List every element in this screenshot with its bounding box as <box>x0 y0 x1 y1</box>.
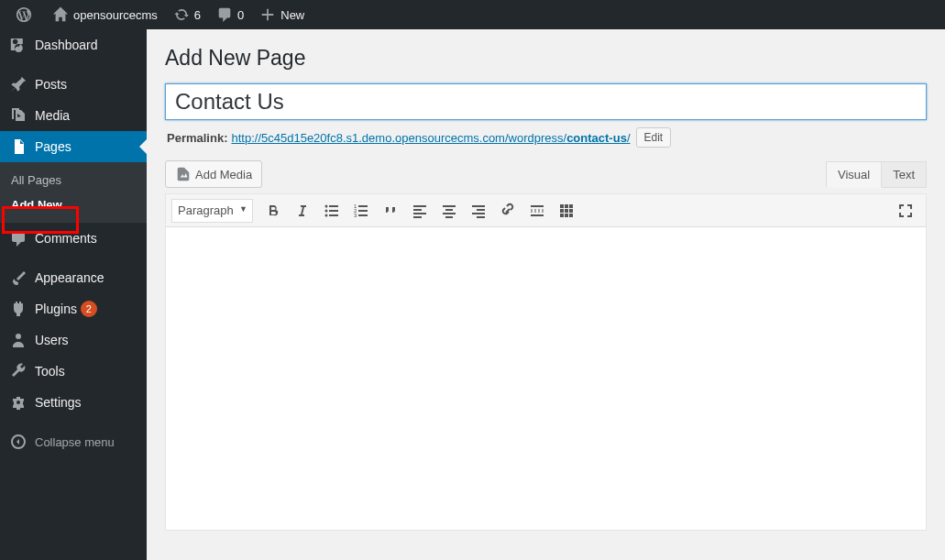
menu-dashboard-label: Dashboard <box>35 38 98 52</box>
svg-point-3 <box>325 209 328 212</box>
svg-rect-21 <box>472 205 485 207</box>
svg-rect-15 <box>413 213 426 214</box>
admin-sidebar: Dashboard Posts Media Pages All Pages Ad… <box>0 29 147 560</box>
menu-tools[interactable]: Tools <box>0 356 147 387</box>
dashboard-icon <box>9 36 27 54</box>
svg-rect-4 <box>329 210 338 212</box>
align-left-button[interactable] <box>406 197 434 225</box>
plugins-badge: 2 <box>81 301 97 317</box>
updates-link[interactable]: 6 <box>165 0 208 29</box>
format-select[interactable]: Paragraph <box>171 199 253 223</box>
menu-settings-label: Settings <box>35 395 82 410</box>
bold-button[interactable] <box>259 197 287 225</box>
menu-tools-label: Tools <box>35 364 65 379</box>
menu-users-label: Users <box>35 333 69 347</box>
menu-comments[interactable]: Comments <box>0 223 147 254</box>
editor-toolbar: Paragraph 123 <box>166 194 926 227</box>
svg-rect-25 <box>531 205 544 207</box>
tab-visual[interactable]: Visual <box>826 161 882 188</box>
svg-rect-23 <box>472 213 485 214</box>
align-center-button[interactable] <box>435 197 463 225</box>
italic-button[interactable] <box>289 197 316 225</box>
settings-icon <box>9 393 27 412</box>
readmore-button[interactable] <box>523 197 551 225</box>
svg-rect-27 <box>531 214 544 216</box>
wp-logo[interactable] <box>7 0 44 29</box>
plus-icon <box>258 5 277 24</box>
submenu-pages: All Pages Add New <box>0 162 147 223</box>
editor-tabs: Visual Text <box>826 161 927 188</box>
ol-button[interactable]: 123 <box>347 197 375 225</box>
menu-pages-label: Pages <box>35 139 71 154</box>
updates-count: 6 <box>194 8 201 22</box>
add-media-button[interactable]: Add Media <box>165 160 262 188</box>
menu-pages[interactable]: Pages <box>0 131 147 162</box>
collapse-label: Collapse menu <box>35 435 115 449</box>
svg-rect-32 <box>565 209 568 213</box>
submenu-all-pages[interactable]: All Pages <box>0 168 147 192</box>
svg-rect-12 <box>358 214 368 216</box>
menu-media-label: Media <box>35 108 70 123</box>
new-label: New <box>280 8 304 22</box>
menu-dashboard[interactable]: Dashboard <box>0 29 147 60</box>
ul-button[interactable] <box>318 197 346 225</box>
plugin-icon <box>9 300 27 318</box>
svg-rect-17 <box>443 205 456 207</box>
fullscreen-button[interactable] <box>892 197 919 225</box>
menu-media[interactable]: Media <box>0 100 147 131</box>
svg-rect-26 <box>531 210 544 212</box>
edit-slug-button[interactable]: Edit <box>636 127 672 148</box>
svg-text:3: 3 <box>354 213 357 218</box>
page-icon <box>9 137 27 156</box>
brush-icon <box>9 269 27 287</box>
menu-settings[interactable]: Settings <box>0 387 147 418</box>
permalink-label: Permalink: <box>167 131 227 145</box>
editor: Paragraph 123 <box>165 193 927 531</box>
site-name-link[interactable]: opensourcecms <box>44 0 165 29</box>
submenu-add-new[interactable]: Add New <box>0 192 147 217</box>
toolbar-toggle-button[interactable] <box>553 197 580 225</box>
collapse-icon <box>9 433 27 451</box>
menu-comments-label: Comments <box>35 231 97 246</box>
menu-posts[interactable]: Posts <box>0 69 147 100</box>
add-media-label: Add Media <box>195 168 252 181</box>
svg-rect-28 <box>560 204 564 208</box>
users-icon <box>9 331 27 349</box>
admin-bar: opensourcecms 6 0 New <box>0 0 945 29</box>
page-heading: Add New Page <box>165 46 927 71</box>
post-title-input[interactable] <box>165 83 927 120</box>
wordpress-icon <box>15 5 33 24</box>
media-icon <box>9 106 27 125</box>
svg-rect-18 <box>445 209 453 211</box>
svg-rect-22 <box>477 209 485 211</box>
svg-rect-35 <box>565 214 568 217</box>
svg-rect-8 <box>358 205 368 207</box>
svg-rect-19 <box>443 213 456 214</box>
comment-icon <box>215 5 234 24</box>
menu-posts-label: Posts <box>35 77 67 92</box>
menu-plugins[interactable]: Plugins 2 <box>0 293 147 324</box>
comments-link[interactable]: 0 <box>208 0 251 29</box>
quote-button[interactable] <box>377 197 404 225</box>
svg-rect-36 <box>569 214 573 217</box>
pin-icon <box>9 75 27 93</box>
svg-rect-24 <box>477 216 485 218</box>
menu-appearance[interactable]: Appearance <box>0 262 147 293</box>
align-right-button[interactable] <box>465 197 492 225</box>
svg-rect-34 <box>560 214 564 217</box>
menu-plugins-label: Plugins <box>35 302 77 316</box>
media-add-icon <box>175 166 192 182</box>
svg-rect-13 <box>413 205 426 207</box>
tab-text[interactable]: Text <box>882 161 927 188</box>
link-button[interactable] <box>494 197 522 225</box>
collapse-menu[interactable]: Collapse menu <box>0 426 147 457</box>
menu-users[interactable]: Users <box>0 324 147 356</box>
permalink-link[interactable]: http://5c45d15e20fc8.s1.demo.opensourcec… <box>231 131 630 145</box>
new-content-link[interactable]: New <box>251 0 312 29</box>
svg-point-1 <box>325 204 328 207</box>
permalink-row: Permalink: http://5c45d15e20fc8.s1.demo.… <box>167 127 927 148</box>
home-icon <box>51 5 70 24</box>
svg-rect-2 <box>329 205 338 207</box>
svg-rect-14 <box>413 209 422 211</box>
editor-body[interactable] <box>166 227 926 530</box>
